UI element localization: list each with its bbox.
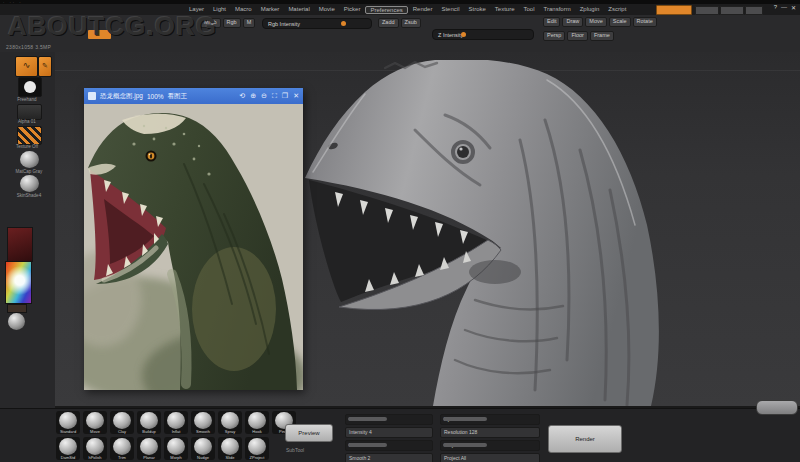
zoom-out-icon[interactable]: ⊖ bbox=[261, 88, 267, 104]
menu-item[interactable]: Stencil bbox=[437, 6, 463, 14]
brush-sphere-icon bbox=[167, 438, 185, 455]
minimize-icon[interactable]: — bbox=[781, 4, 787, 11]
brush-thumbnail[interactable]: Hook bbox=[245, 411, 269, 434]
rgb-intensity-slider[interactable]: Rgb Intensity bbox=[262, 18, 372, 29]
titlebar-segment-button[interactable] bbox=[720, 6, 744, 15]
brush-selector-thumbnail[interactable]: ∿ bbox=[15, 56, 38, 77]
brush-thumbnail[interactable]: Clay bbox=[110, 411, 134, 434]
brush-sphere-icon bbox=[194, 412, 212, 429]
preview-button[interactable]: Preview bbox=[285, 424, 333, 442]
alpha-selector-thumbnail[interactable] bbox=[17, 104, 42, 120]
brush-thumbnail[interactable]: Standard bbox=[56, 411, 80, 434]
menu-item[interactable]: Movie bbox=[315, 6, 339, 14]
dock-control[interactable]: Elastic bbox=[345, 440, 433, 451]
dock-control[interactable]: DynaMesh bbox=[440, 414, 540, 425]
viewer-title-bar[interactable]: 恐龙概念图.jpg 100% 看图王 ⟲ ⊕ ⊖ ⛶ ❐ ✕ bbox=[84, 88, 303, 104]
dock-control[interactable]: Resolution 128 bbox=[440, 427, 540, 438]
brush-sphere-icon bbox=[140, 412, 158, 429]
pen-tool-thumbnail[interactable]: ✎ bbox=[38, 56, 52, 77]
reference-viewer-window: 恐龙概念图.jpg 100% 看图王 ⟲ ⊕ ⊖ ⛶ ❐ ✕ bbox=[84, 88, 303, 390]
stroke-dot-icon bbox=[24, 81, 36, 93]
brush-thumbnail[interactable]: ZProject bbox=[245, 437, 269, 460]
menu-item[interactable]: Tool bbox=[520, 6, 539, 14]
dock-control[interactable]: Project All bbox=[440, 453, 540, 462]
brush-sphere-icon bbox=[113, 412, 131, 429]
color-picker[interactable] bbox=[5, 261, 32, 304]
secondary-color-swatch[interactable] bbox=[7, 227, 33, 262]
brush-thumbnail[interactable]: Inflat bbox=[164, 411, 188, 434]
edit-buttons: EditDrawMoveScaleRotate bbox=[543, 17, 657, 27]
brush-thumbnail[interactable]: Buildup bbox=[137, 411, 161, 434]
menu-item[interactable]: Zscript bbox=[604, 6, 630, 14]
dock-control[interactable]: Intensity 4 bbox=[345, 427, 433, 438]
brush-thumbnail[interactable]: Trim bbox=[110, 437, 134, 460]
mode-button[interactable]: Rgb bbox=[223, 18, 241, 28]
view-button[interactable]: Persp bbox=[543, 31, 565, 41]
titlebar-segment-button[interactable] bbox=[695, 6, 719, 15]
brush-sphere-icon bbox=[113, 438, 131, 455]
window-controls: ? — ✕ bbox=[774, 4, 796, 11]
rotate-icon[interactable]: ⟲ bbox=[239, 88, 245, 104]
menu-item[interactable]: Zplugin bbox=[576, 6, 604, 14]
menu-item[interactable]: Transform bbox=[540, 6, 575, 14]
brush-thumbnail[interactable]: Morph bbox=[164, 437, 188, 460]
brush-sphere-icon bbox=[248, 412, 266, 429]
brush-thumbnail[interactable]: Move bbox=[83, 411, 107, 434]
brush-sphere-icon bbox=[248, 438, 266, 455]
z-intensity-slider[interactable]: Z Intensity bbox=[432, 29, 534, 40]
menu-item[interactable]: Stroke bbox=[464, 6, 489, 14]
brush-sphere-icon bbox=[167, 412, 185, 429]
brush-thumbnail[interactable]: DamStd bbox=[56, 437, 80, 460]
brush-sphere-icon bbox=[221, 412, 239, 429]
material2-selector-thumbnail[interactable] bbox=[20, 175, 39, 192]
view-button[interactable]: Frame bbox=[590, 31, 614, 41]
dock-control[interactable]: ClayPolish bbox=[440, 440, 540, 451]
menu-item[interactable]: Preferences bbox=[365, 6, 407, 14]
brush-sphere-icon bbox=[59, 412, 77, 429]
brush-thumbnail[interactable]: Slide bbox=[218, 437, 242, 460]
brush-thumbnail[interactable]: hPolish bbox=[83, 437, 107, 460]
menu-item[interactable]: Texture bbox=[491, 6, 519, 14]
menu-item[interactable]: Material bbox=[284, 6, 313, 14]
menu-item[interactable]: Macro bbox=[231, 6, 256, 14]
reference-image bbox=[84, 104, 303, 390]
material2-label: SkinShade4 bbox=[12, 193, 46, 198]
highlighted-titlebar-button[interactable] bbox=[656, 5, 692, 15]
alpha-label: Alpha 01 bbox=[10, 119, 44, 124]
transform-button[interactable]: Scale bbox=[609, 17, 631, 27]
menu-item[interactable]: Picker bbox=[340, 6, 365, 14]
texture-selector-thumbnail[interactable] bbox=[17, 126, 42, 145]
brush-sphere-icon bbox=[86, 438, 104, 455]
dock-control[interactable]: Smooth 2 bbox=[345, 453, 433, 462]
collapsed-panel-handle[interactable] bbox=[756, 400, 798, 415]
sculpt-mode-button[interactable]: Zadd bbox=[378, 18, 399, 28]
zoom-in-icon[interactable]: ⊕ bbox=[250, 88, 256, 104]
viewer-app-icon bbox=[88, 92, 96, 100]
fullscreen-icon[interactable]: ⛶ bbox=[272, 88, 277, 104]
sculpt-mode-button[interactable]: Zsub bbox=[401, 18, 421, 28]
dock-control[interactable]: Curve Mode bbox=[345, 414, 433, 425]
brush-thumbnail[interactable]: Spray bbox=[218, 411, 242, 434]
material3-selector-thumbnail[interactable] bbox=[8, 313, 25, 330]
titlebar-segment-button[interactable] bbox=[745, 6, 763, 15]
transform-button[interactable]: Draw bbox=[562, 17, 583, 27]
current-color-swatch[interactable] bbox=[7, 304, 27, 313]
help-icon[interactable]: ? bbox=[774, 4, 777, 11]
close-icon[interactable]: ✕ bbox=[293, 88, 299, 104]
brush-sphere-icon bbox=[140, 438, 158, 455]
brush-thumbnail[interactable]: Nudge bbox=[191, 437, 215, 460]
render-button[interactable]: Render bbox=[548, 425, 622, 453]
window-icon[interactable]: ❐ bbox=[282, 88, 288, 104]
close-icon[interactable]: ✕ bbox=[791, 4, 796, 11]
menu-item[interactable]: Render bbox=[409, 6, 437, 14]
view-button[interactable]: Floor bbox=[567, 31, 588, 41]
brush-thumbnail[interactable]: Smooth bbox=[191, 411, 215, 434]
brush-thumbnail[interactable]: Planar bbox=[137, 437, 161, 460]
transform-button[interactable]: Edit bbox=[543, 17, 560, 27]
stroke-selector-thumbnail[interactable] bbox=[18, 77, 42, 97]
transform-button[interactable]: Rotate bbox=[633, 17, 657, 27]
transform-button[interactable]: Move bbox=[585, 17, 606, 27]
material-selector-thumbnail[interactable] bbox=[20, 151, 39, 168]
menu-item[interactable]: Marker bbox=[257, 6, 284, 14]
mode-button[interactable]: M bbox=[243, 18, 256, 28]
